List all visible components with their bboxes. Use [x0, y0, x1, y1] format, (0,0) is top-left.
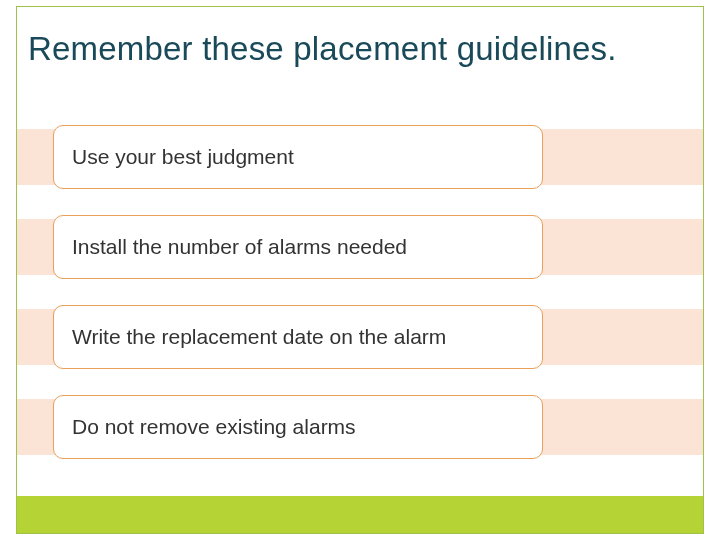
- footer-bar: [17, 496, 703, 533]
- guideline-item: Use your best judgment: [53, 125, 543, 189]
- guideline-text: Write the replacement date on the alarm: [72, 325, 446, 349]
- guideline-item: Install the number of alarms needed: [53, 215, 543, 279]
- guideline-text: Install the number of alarms needed: [72, 235, 407, 259]
- slide-title: Remember these placement guidelines.: [28, 30, 617, 68]
- guideline-text: Use your best judgment: [72, 145, 294, 169]
- guideline-text: Do not remove existing alarms: [72, 415, 356, 439]
- guideline-item: Write the replacement date on the alarm: [53, 305, 543, 369]
- guideline-item: Do not remove existing alarms: [53, 395, 543, 459]
